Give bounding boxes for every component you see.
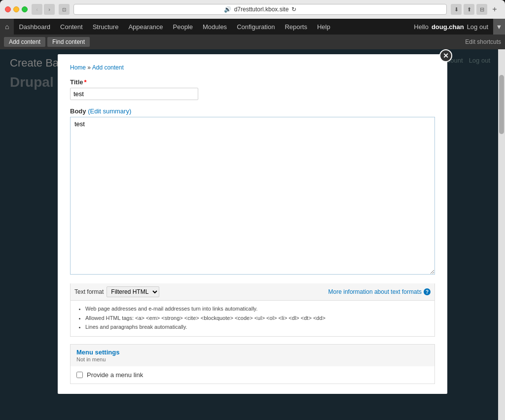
close-window-button[interactable] xyxy=(5,6,11,12)
more-info-text: More information about text formats xyxy=(328,288,422,295)
browser-actions: ⬇ ⬆ ⊟ + xyxy=(451,4,500,15)
browser-titlebar: ‹ › ⊡ 🔊 d7resttutorl.kbox.site ↻ ⬇ ⬆ ⊟ + xyxy=(5,4,500,15)
scrollbar-thumb[interactable] xyxy=(499,75,504,134)
modal-overlay: ✕ Home » Add content Title* xyxy=(0,49,505,420)
toolbar-arrow[interactable]: ▼ xyxy=(493,19,505,35)
tip-1: Web page addresses and e-mail addresses … xyxy=(85,305,430,313)
menu-settings-header[interactable]: Menu settings Not in menu xyxy=(71,345,434,366)
toolbar-logout-link[interactable]: Log out xyxy=(467,23,488,31)
share-button[interactable]: ⬆ xyxy=(464,4,474,15)
toolbar-right: Hello doug.chan Log out xyxy=(414,23,493,31)
window-view-button[interactable]: ⊡ xyxy=(59,4,70,15)
title-form-item: Title* xyxy=(70,78,435,100)
nav-help[interactable]: Help xyxy=(312,19,335,35)
body-label: Body (Edit summary) xyxy=(70,107,435,115)
nav-content[interactable]: Content xyxy=(55,19,88,35)
toolbar-nav: Dashboard Content Structure Appearance P… xyxy=(14,19,414,35)
find-content-button[interactable]: Find content xyxy=(47,37,90,47)
nav-configuration[interactable]: Configuration xyxy=(232,19,280,35)
toolbar-home-link[interactable]: ⌂ xyxy=(0,19,14,35)
breadcrumb-separator: » xyxy=(87,64,91,71)
shortcuts-bar: Add content Find content Edit shortcuts xyxy=(0,35,505,49)
hello-text: Hello xyxy=(414,23,429,31)
browser-nav: ‹ › xyxy=(32,4,55,15)
text-format-label: Text format xyxy=(74,288,104,295)
traffic-lights xyxy=(5,6,28,12)
nav-modules[interactable]: Modules xyxy=(198,19,232,35)
page-scrollbar[interactable] xyxy=(498,49,505,420)
help-icon: ? xyxy=(424,288,431,295)
breadcrumb-add-content[interactable]: Add content xyxy=(92,64,124,71)
menu-settings-heading: Menu settings xyxy=(76,349,429,356)
new-window-button[interactable]: ⊟ xyxy=(476,4,487,15)
username: doug.chan xyxy=(432,23,464,31)
nav-dashboard[interactable]: Dashboard xyxy=(14,19,55,35)
browser-content: My account Log out Create Basic page + D… xyxy=(0,49,505,420)
sound-icon: 🔊 xyxy=(224,6,231,13)
provide-menu-link-checkbox[interactable] xyxy=(76,372,83,378)
add-content-button[interactable]: Add content xyxy=(4,37,45,47)
text-format-bar: Text format Filtered HTML Full HTML Plai… xyxy=(70,283,435,301)
edit-summary-link[interactable]: (Edit summary) xyxy=(88,107,131,115)
menu-settings-fieldset: Menu settings Not in menu Provide a menu… xyxy=(70,344,435,384)
nav-reports[interactable]: Reports xyxy=(280,19,312,35)
modal-close-button[interactable]: ✕ xyxy=(439,49,452,62)
browser-chrome: ‹ › ⊡ 🔊 d7resttutorl.kbox.site ↻ ⬇ ⬆ ⊟ + xyxy=(0,0,505,19)
add-tab-button[interactable]: + xyxy=(489,4,500,15)
breadcrumb: Home » Add content xyxy=(70,64,435,71)
url-text: d7resttutorl.kbox.site xyxy=(234,6,289,13)
title-label: Title* xyxy=(70,78,435,86)
create-basic-page-modal: ✕ Home » Add content Title* xyxy=(58,54,447,394)
full-page: ‹ › ⊡ 🔊 d7resttutorl.kbox.site ↻ ⬇ ⬆ ⊟ +… xyxy=(0,0,505,420)
nav-appearance[interactable]: Appearance xyxy=(123,19,168,35)
format-tips: Web page addresses and e-mail addresses … xyxy=(70,301,435,337)
tip-2: Allowed HTML tags: <a> <em> <strong> <ci… xyxy=(85,314,430,322)
text-format-left: Text format Filtered HTML Full HTML Plai… xyxy=(74,286,159,297)
more-info-link[interactable]: More information about text formats ? xyxy=(328,288,431,295)
back-button[interactable]: ‹ xyxy=(32,4,42,15)
text-format-select[interactable]: Filtered HTML Full HTML Plain text xyxy=(107,286,159,297)
home-icon: ⌂ xyxy=(5,23,9,31)
drupal-admin-toolbar: ⌂ Dashboard Content Structure Appearance… xyxy=(0,19,505,35)
menu-settings-body: Provide a menu link xyxy=(71,366,434,384)
menu-settings-subtitle: Not in menu xyxy=(76,356,429,362)
required-indicator: * xyxy=(84,78,87,86)
minimize-window-button[interactable] xyxy=(13,6,19,12)
nav-structure[interactable]: Structure xyxy=(88,19,124,35)
maximize-window-button[interactable] xyxy=(22,6,28,12)
reload-icon[interactable]: ↻ xyxy=(291,6,296,13)
address-bar[interactable]: 🔊 d7resttutorl.kbox.site ↻ xyxy=(73,4,447,15)
edit-shortcuts-link[interactable]: Edit shortcuts xyxy=(465,38,501,45)
content-wrapper: ⌂ Dashboard Content Structure Appearance… xyxy=(0,19,505,420)
nav-people[interactable]: People xyxy=(168,19,198,35)
forward-button[interactable]: › xyxy=(44,4,55,15)
body-textarea[interactable]: test xyxy=(70,117,435,275)
breadcrumb-home[interactable]: Home xyxy=(70,64,86,71)
provide-menu-link-label[interactable]: Provide a menu link xyxy=(87,371,143,379)
tip-3: Lines and paragraphs break automatically… xyxy=(85,323,430,331)
download-button[interactable]: ⬇ xyxy=(451,4,462,15)
title-input[interactable] xyxy=(70,88,198,100)
body-form-item: Body (Edit summary) test xyxy=(70,107,435,276)
